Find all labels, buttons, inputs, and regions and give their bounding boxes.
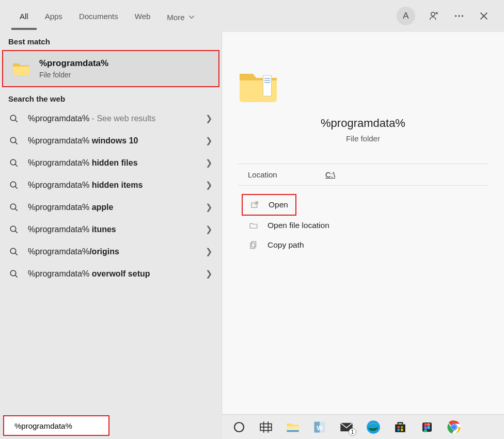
web-result[interactable]: %programdata% overwolf setup ❯ xyxy=(0,263,222,285)
svg-rect-26 xyxy=(287,430,298,432)
chevron-right-icon: ❯ xyxy=(206,136,212,145)
best-match-result[interactable]: %programdata% File folder xyxy=(2,50,219,87)
svg-rect-18 xyxy=(250,243,255,249)
action-label: Open file location xyxy=(267,221,329,230)
chevron-right-icon: ❯ xyxy=(206,269,212,279)
chevron-right-icon: ❯ xyxy=(206,180,212,190)
svg-point-46 xyxy=(452,425,456,429)
search-icon xyxy=(9,136,19,145)
svg-rect-37 xyxy=(422,422,432,432)
tab-web[interactable]: Web xyxy=(127,3,159,30)
svg-point-7 xyxy=(10,182,16,187)
svg-rect-32 xyxy=(395,424,405,432)
mail-badge: 1 xyxy=(349,428,356,436)
svg-point-39 xyxy=(427,423,430,426)
web-result[interactable]: %programdata% hidden files ❯ xyxy=(0,152,222,174)
search-input[interactable] xyxy=(14,421,113,430)
action-open[interactable]: Open xyxy=(242,194,296,216)
action-label: Copy path xyxy=(267,240,304,250)
svg-rect-34 xyxy=(401,426,403,428)
folder-open-icon xyxy=(249,221,258,230)
web-result-text: %programdata% apple xyxy=(28,203,196,212)
chevron-right-icon: ❯ xyxy=(206,224,212,234)
folder-large-icon xyxy=(238,68,279,104)
web-result[interactable]: %programdata% windows 10 ❯ xyxy=(0,129,222,152)
search-box[interactable] xyxy=(3,415,109,436)
tab-all[interactable]: All xyxy=(11,3,37,30)
web-result-text: %programdata% overwolf setup xyxy=(28,269,196,279)
feedback-icon[interactable] xyxy=(429,10,440,22)
svg-rect-33 xyxy=(398,426,400,428)
svg-rect-15 xyxy=(264,82,270,83)
web-result[interactable]: %programdata% itunes ❯ xyxy=(0,218,222,240)
svg-point-1 xyxy=(455,15,456,17)
action-copy-path[interactable]: Copy path xyxy=(242,235,484,255)
web-result[interactable]: %programdata% - See web results ❯ xyxy=(0,107,222,129)
preview-panel: %programdata% File folder Location C:\ O… xyxy=(222,32,504,415)
best-match-subtitle: File folder xyxy=(39,71,108,79)
svg-point-42 xyxy=(424,429,427,432)
web-result-text: %programdata% windows 10 xyxy=(28,136,196,145)
web-result[interactable]: %programdata%/origins ❯ xyxy=(0,240,222,263)
close-icon[interactable] xyxy=(478,10,490,22)
more-options-icon[interactable] xyxy=(453,10,465,22)
location-link[interactable]: C:\ xyxy=(325,170,335,179)
web-result-text: %programdata% hidden files xyxy=(28,158,196,168)
svg-text:W: W xyxy=(317,424,323,431)
best-match-label: Best match xyxy=(0,32,222,50)
edge-icon[interactable] xyxy=(366,419,381,435)
location-label: Location xyxy=(248,170,325,179)
web-result-text: %programdata% hidden items xyxy=(28,181,196,190)
preview-title: %programdata% xyxy=(238,117,489,130)
word-icon[interactable]: W xyxy=(312,419,327,435)
search-icon xyxy=(9,225,19,234)
header-tabs: All Apps Documents Web More xyxy=(11,3,203,30)
svg-point-3 xyxy=(462,15,463,17)
task-view-icon[interactable] xyxy=(258,419,274,435)
action-list: Open Open file location Copy path xyxy=(238,194,489,255)
web-result[interactable]: %programdata% apple ❯ xyxy=(0,196,222,218)
tab-more-label: More xyxy=(167,13,184,22)
svg-rect-13 xyxy=(264,78,270,79)
svg-point-10 xyxy=(10,248,16,254)
chevron-right-icon: ❯ xyxy=(206,202,212,212)
microsoft-store-icon[interactable] xyxy=(392,419,408,435)
svg-point-31 xyxy=(367,420,380,434)
web-result-text: %programdata% itunes xyxy=(28,225,196,234)
tab-documents[interactable]: Documents xyxy=(71,3,127,30)
open-icon xyxy=(250,200,259,209)
file-explorer-icon[interactable] xyxy=(285,419,301,435)
main-split: Best match %programdata% File folder Sea… xyxy=(0,32,504,415)
svg-point-6 xyxy=(10,159,16,165)
best-match-text: %programdata% File folder xyxy=(39,58,108,79)
tab-apps[interactable]: Apps xyxy=(37,3,71,30)
folder-icon xyxy=(12,61,30,76)
preview-subtitle: File folder xyxy=(238,134,489,143)
search-icon xyxy=(9,247,19,256)
web-result[interactable]: %programdata% hidden items ❯ xyxy=(0,174,222,196)
chevron-right-icon: ❯ xyxy=(206,158,212,168)
chevron-right-icon: ❯ xyxy=(206,113,212,123)
svg-point-8 xyxy=(10,204,16,209)
cortana-icon[interactable] xyxy=(231,419,247,435)
action-open-file-location[interactable]: Open file location xyxy=(242,216,484,235)
svg-point-2 xyxy=(458,15,460,17)
svg-point-5 xyxy=(10,137,16,143)
chevron-right-icon: ❯ xyxy=(206,247,212,256)
web-result-text: %programdata% - See web results xyxy=(28,114,196,123)
svg-point-38 xyxy=(424,423,427,426)
chrome-icon[interactable] xyxy=(446,419,462,435)
search-icon xyxy=(9,158,19,168)
search-icon xyxy=(9,114,19,123)
header-right: A xyxy=(397,7,500,25)
search-icon xyxy=(9,203,19,212)
mail-icon[interactable]: 1 xyxy=(339,419,354,435)
chevron-down-icon xyxy=(188,13,195,21)
figma-icon[interactable] xyxy=(419,419,435,435)
svg-point-20 xyxy=(234,422,244,432)
svg-point-40 xyxy=(424,426,427,429)
user-avatar[interactable]: A xyxy=(397,7,415,25)
tab-more[interactable]: More xyxy=(159,3,203,30)
search-web-label: Search the web xyxy=(0,89,222,107)
svg-point-4 xyxy=(10,115,16,121)
